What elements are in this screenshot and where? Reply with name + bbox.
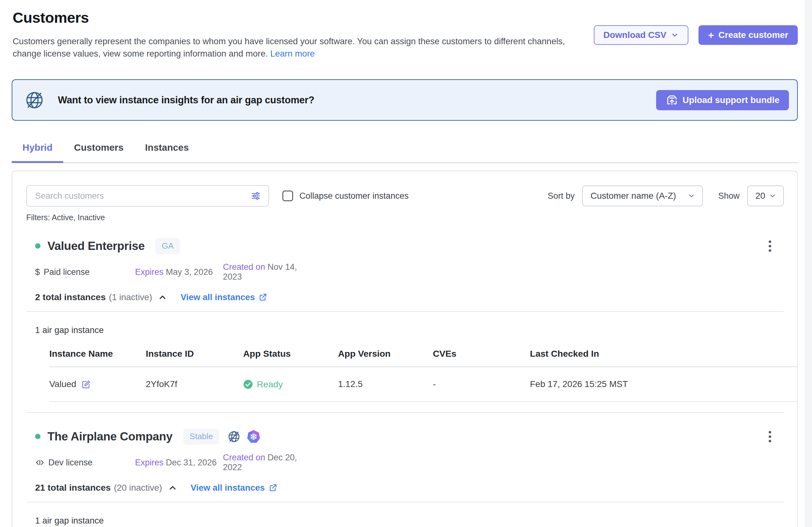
page-header: Customers Customers generally represent … <box>13 9 805 60</box>
created-date: Created on Dec 20, 2022 <box>223 453 311 472</box>
view-all-instances-link[interactable]: View all instances <box>191 483 277 493</box>
tab-instances[interactable]: Instances <box>134 140 200 163</box>
customer-divider <box>26 412 784 412</box>
create-customer-label: Create customer <box>719 30 788 40</box>
customer-name[interactable]: The Airplane Company <box>47 430 173 443</box>
airgap-instance-count: 1 air gap instance <box>35 516 784 526</box>
dev-license-code-icon <box>35 458 45 467</box>
collapse-instances-checkbox[interactable] <box>282 191 293 201</box>
col-instance-id: Instance ID <box>146 348 243 359</box>
channel-badge: GA <box>155 238 180 254</box>
license-type-label: Dev license <box>48 458 93 468</box>
airgap-globe-icon <box>227 430 241 443</box>
upload-support-bundle-button[interactable]: Upload support bundle <box>656 90 789 110</box>
tab-customers[interactable]: Customers <box>63 140 134 163</box>
tab-bar: Hybrid Customers Instances <box>12 140 798 163</box>
col-last-checked-in: Last Checked In <box>530 348 797 359</box>
view-all-instances-link[interactable]: View all instances <box>180 292 267 302</box>
instance-row: Valued 2YfoK7f Ready <box>49 367 797 402</box>
license-type: Dev license <box>35 458 135 468</box>
toolbar: Collapse customer instances Sort by Cust… <box>26 185 784 207</box>
airgap-banner: Want to view instance insights for an ai… <box>12 79 798 121</box>
scrollbar-track[interactable] <box>805 0 812 527</box>
learn-more-link[interactable]: Learn more <box>270 49 315 58</box>
created-on-label: Created on <box>223 262 265 272</box>
dollar-icon: $ <box>35 267 40 277</box>
page-title: Customers <box>13 9 805 26</box>
chevron-down-icon <box>769 192 776 200</box>
page-description: Customers generally represent the compan… <box>13 35 566 60</box>
show-label: Show <box>718 191 740 201</box>
search-input[interactable] <box>26 185 269 207</box>
external-link-icon <box>259 293 267 301</box>
created-date: Created on Nov 14, 2023 <box>223 262 311 282</box>
airgap-instance-count: 1 air gap instance <box>35 325 784 335</box>
customer-card-valued-enterprise: Valued Enterprise GA $ Paid license Expi… <box>26 238 784 412</box>
header-actions: Download CSV + Create customer <box>594 25 798 45</box>
customer-capability-icons <box>227 430 260 443</box>
col-cves: CVEs <box>433 348 530 359</box>
show-value: 20 <box>755 191 765 201</box>
total-instances-count: 21 total instances <box>35 482 111 493</box>
external-link-icon <box>269 483 277 492</box>
section-divider <box>26 502 784 502</box>
active-status-dot <box>35 243 41 249</box>
created-on-label: Created on <box>223 453 265 462</box>
sort-by-label: Sort by <box>548 191 575 201</box>
section-divider <box>26 311 784 312</box>
customer-menu-kebab-icon[interactable] <box>767 429 773 444</box>
embedded-cluster-kubernetes-icon <box>247 430 260 443</box>
filter-sliders-icon[interactable] <box>250 190 261 201</box>
ready-check-icon <box>243 379 253 389</box>
create-customer-button[interactable]: + Create customer <box>698 25 798 45</box>
active-filters-text: Filters: Active, Inactive <box>26 213 784 222</box>
edit-icon[interactable] <box>81 379 91 389</box>
tab-hybrid[interactable]: Hybrid <box>12 140 63 163</box>
download-csv-button[interactable]: Download CSV <box>594 25 688 45</box>
col-app-status: App Status <box>243 348 338 359</box>
plus-icon: + <box>708 30 714 40</box>
expires-value: Dec 31, 2026 <box>166 458 217 467</box>
app-status: Ready <box>243 379 338 390</box>
col-instance-name: Instance Name <box>49 348 146 359</box>
search-box <box>26 185 269 207</box>
customer-menu-kebab-icon[interactable] <box>767 239 773 254</box>
customers-card: Collapse customer instances Sort by Cust… <box>12 171 798 527</box>
sort-by-select[interactable]: Customer name (A-Z) <box>582 185 703 206</box>
instance-name: Valued <box>49 379 76 389</box>
active-status-dot <box>35 434 41 439</box>
instances-table: Instance Name Instance ID App Status App… <box>49 348 797 402</box>
collapse-chevron-up-icon[interactable] <box>158 292 167 302</box>
expires-date: Expires Dec 31, 2026 <box>135 458 223 468</box>
banner-title: Want to view instance insights for an ai… <box>58 94 314 106</box>
toolbar-right: Sort by Customer name (A-Z) Show 20 <box>548 185 784 206</box>
total-instances-count: 2 total instances <box>35 292 106 302</box>
collapse-instances-toggle[interactable]: Collapse customer instances <box>282 191 408 201</box>
collapse-chevron-up-icon[interactable] <box>168 483 177 493</box>
upload-support-bundle-label: Upload support bundle <box>683 95 780 105</box>
customers-page: Customers Customers generally represent … <box>0 0 812 527</box>
download-csv-label: Download CSV <box>603 30 666 40</box>
instance-id: 2YfoK7f <box>146 379 243 389</box>
cves-value: - <box>433 379 530 389</box>
instances-table-header: Instance Name Instance ID App Status App… <box>49 348 797 367</box>
channel-badge: Stable <box>184 428 219 445</box>
license-type: $ Paid license <box>35 267 135 277</box>
app-version: 1.12.5 <box>338 379 433 389</box>
expires-label: Expires <box>135 458 163 467</box>
sort-by-value: Customer name (A-Z) <box>590 191 676 201</box>
customer-card-airplane-company: The Airplane Company Stable <box>26 428 784 527</box>
expires-date: Expires May 3, 2026 <box>135 267 223 277</box>
chevron-down-icon <box>688 192 695 200</box>
inactive-instances-count: (1 inactive) <box>109 292 152 302</box>
view-all-instances-label: View all instances <box>191 483 265 493</box>
chevron-down-icon <box>671 31 679 39</box>
expires-value: May 3, 2026 <box>166 267 213 277</box>
customer-name[interactable]: Valued Enterprise <box>47 240 145 253</box>
inactive-instances-count: (20 inactive) <box>114 483 162 493</box>
show-select[interactable]: 20 <box>747 185 784 206</box>
col-app-version: App Version <box>338 348 433 359</box>
app-status-label: Ready <box>257 379 283 390</box>
upload-icon <box>666 94 678 106</box>
view-all-instances-label: View all instances <box>180 292 255 302</box>
